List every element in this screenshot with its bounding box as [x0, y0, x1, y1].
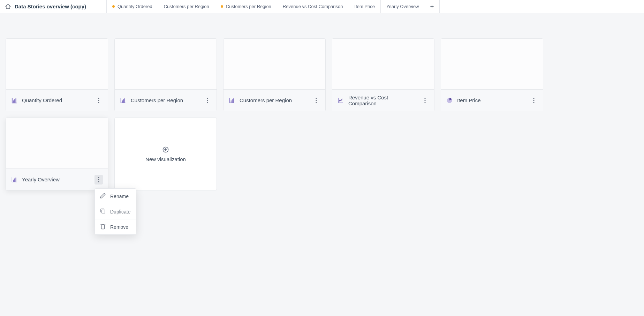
svg-point-15 — [316, 98, 317, 99]
tab-revenue-vs-cost[interactable]: Revenue vs Cost Comparison — [277, 0, 349, 13]
card-footer: Customers per Region — [115, 89, 217, 111]
card-preview — [223, 39, 325, 89]
card-footer: Yearly Overview Rename — [6, 168, 108, 190]
bar-chart-icon — [11, 176, 18, 183]
svg-rect-27 — [15, 178, 16, 182]
unsaved-dot-icon — [112, 5, 115, 8]
svg-rect-7 — [123, 99, 124, 103]
bar-chart-icon — [228, 97, 235, 104]
menu-item-label: Duplicate — [110, 209, 130, 215]
pie-chart-icon — [446, 97, 453, 104]
card-more-button[interactable] — [530, 96, 538, 105]
line-chart-icon — [337, 97, 344, 104]
svg-point-3 — [98, 98, 99, 99]
trash-icon — [100, 223, 106, 231]
menu-item-duplicate[interactable]: Duplicate — [95, 204, 136, 219]
viz-card-customers-per-region-1[interactable]: Customers per Region — [114, 38, 217, 111]
svg-rect-1 — [14, 99, 15, 103]
viz-card-quantity-ordered[interactable]: Quantity Ordered — [6, 38, 108, 111]
tab-customers-per-region-2[interactable]: Customers per Region — [215, 0, 277, 13]
tab-label: Customers per Region — [164, 4, 209, 9]
bar-chart-icon — [11, 97, 18, 104]
tab-label: Customers per Region — [226, 4, 271, 9]
add-tab-button[interactable] — [425, 0, 440, 13]
tabs-bar: Quantity Ordered Customers per Region Cu… — [107, 0, 440, 13]
card-footer: Quantity Ordered — [6, 89, 108, 111]
tab-label: Quantity Ordered — [118, 4, 152, 9]
overview-body: Quantity Ordered Customers per Region — [0, 13, 644, 196]
svg-rect-8 — [124, 98, 125, 103]
unsaved-dot-icon — [221, 5, 223, 8]
svg-rect-12 — [231, 100, 232, 103]
card-preview — [6, 118, 108, 168]
card-more-button[interactable] — [94, 175, 103, 185]
home-icon[interactable] — [5, 3, 11, 10]
card-preview — [441, 39, 543, 89]
card-footer: Item Price — [441, 89, 543, 111]
tab-yearly-overview[interactable]: Yearly Overview — [381, 0, 425, 13]
svg-point-24 — [533, 102, 534, 103]
header-left: Data Stories overview (copy) — [0, 0, 107, 13]
viz-card-revenue-vs-cost[interactable]: Revenue vs Cost Comparison — [332, 38, 434, 111]
tab-label: Item Price — [355, 4, 375, 9]
tab-customers-per-region-1[interactable]: Customers per Region — [158, 0, 215, 13]
card-more-button[interactable] — [94, 96, 103, 105]
svg-rect-31 — [102, 210, 105, 213]
tab-quantity-ordered[interactable]: Quantity Ordered — [107, 0, 158, 13]
svg-point-28 — [98, 177, 99, 178]
svg-rect-6 — [122, 100, 123, 103]
svg-point-17 — [316, 102, 317, 103]
svg-point-18 — [424, 98, 425, 99]
app-header: Data Stories overview (copy) Quantity Or… — [0, 0, 644, 13]
menu-item-remove[interactable]: Remove — [95, 219, 136, 234]
card-more-button[interactable] — [203, 96, 212, 105]
card-context-menu: Rename Duplicate Remove — [94, 188, 136, 235]
svg-point-16 — [316, 100, 317, 101]
page-title: Data Stories overview (copy) — [15, 3, 86, 9]
tab-item-price[interactable]: Item Price — [349, 0, 381, 13]
card-preview — [115, 39, 217, 89]
svg-point-23 — [533, 100, 534, 101]
card-title: Quantity Ordered — [22, 97, 90, 103]
svg-rect-13 — [232, 99, 233, 103]
svg-point-10 — [207, 100, 208, 101]
svg-point-4 — [98, 100, 99, 101]
card-title: Customers per Region — [131, 97, 199, 103]
cards-grid: Quantity Ordered Customers per Region — [6, 38, 638, 190]
plus-circle-icon — [162, 146, 169, 154]
card-preview — [332, 39, 434, 89]
card-title: Revenue vs Cost Comparison — [348, 95, 417, 106]
svg-rect-14 — [233, 98, 234, 103]
new-visualization-card[interactable]: New visualization — [114, 118, 217, 190]
svg-rect-26 — [14, 178, 15, 182]
svg-point-9 — [207, 98, 208, 99]
viz-card-customers-per-region-2[interactable]: Customers per Region — [223, 38, 326, 111]
svg-point-19 — [424, 100, 425, 101]
svg-point-5 — [98, 102, 99, 103]
svg-point-29 — [98, 179, 99, 180]
svg-point-22 — [533, 98, 534, 99]
menu-item-label: Remove — [110, 224, 128, 230]
card-title: Customers per Region — [240, 97, 308, 103]
card-footer: Customers per Region — [223, 89, 325, 111]
bar-chart-icon — [120, 97, 127, 104]
card-preview — [6, 39, 108, 89]
svg-rect-25 — [13, 180, 14, 182]
card-more-button[interactable] — [421, 96, 429, 105]
svg-rect-2 — [15, 98, 16, 103]
menu-item-label: Rename — [110, 194, 129, 199]
menu-item-rename[interactable]: Rename — [95, 189, 136, 204]
card-title: Yearly Overview — [22, 176, 90, 182]
card-footer: Revenue vs Cost Comparison — [332, 89, 434, 111]
card-more-button[interactable] — [312, 96, 320, 105]
svg-point-20 — [424, 102, 425, 103]
svg-point-30 — [98, 181, 99, 182]
duplicate-icon — [100, 208, 106, 215]
tab-label: Revenue vs Cost Comparison — [283, 4, 343, 9]
viz-card-yearly-overview[interactable]: Yearly Overview Rename — [6, 118, 108, 190]
card-title: Item Price — [457, 97, 525, 103]
svg-rect-0 — [13, 100, 14, 103]
svg-point-11 — [207, 102, 208, 103]
viz-card-item-price[interactable]: Item Price — [441, 38, 543, 111]
new-visualization-label: New visualization — [145, 156, 186, 162]
